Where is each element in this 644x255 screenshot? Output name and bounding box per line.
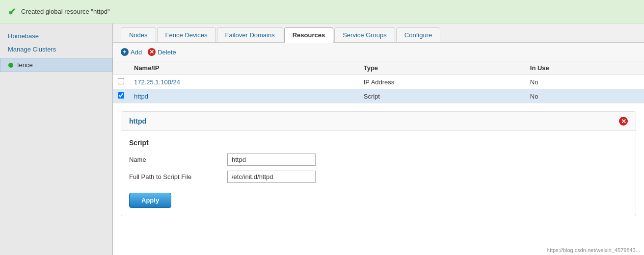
- table-row: 172.25.1.100/24 IP Address No: [113, 75, 644, 89]
- resource-inuse-1: No: [525, 75, 644, 89]
- tab-service-groups[interactable]: Service Groups: [334, 27, 395, 42]
- resource-name-2[interactable]: httpd: [134, 93, 148, 100]
- delete-icon: ✕: [148, 48, 156, 56]
- col-type: Type: [359, 61, 525, 75]
- cluster-status-dot: [8, 63, 13, 68]
- resource-name-1[interactable]: 172.25.1.100/24: [134, 78, 180, 86]
- sidebar-cluster-fence[interactable]: fence: [0, 58, 112, 72]
- tab-nodes[interactable]: Nodes: [121, 27, 156, 42]
- table-row: httpd Script No: [113, 89, 644, 103]
- watermark: https://blog.csdn.net/weixin_4579843...: [547, 247, 640, 253]
- label-script-path: Full Path to Script File: [129, 173, 227, 180]
- resources-table: Name/IP Type In Use 172.25.1.100/24 IP A…: [113, 61, 644, 103]
- detail-title: httpd: [129, 117, 146, 125]
- detail-panel: httpd ✕ Script Name Full Path to Script …: [121, 111, 636, 216]
- add-label: Add: [131, 49, 142, 56]
- toolbar: + Add ✕ Delete: [113, 43, 644, 61]
- col-checkbox: [113, 61, 129, 75]
- resource-inuse-2: No: [525, 89, 644, 103]
- row-checkbox-2[interactable]: [118, 92, 124, 99]
- label-name: Name: [129, 156, 227, 163]
- sidebar: Homebase Manage Clusters fence: [0, 24, 113, 255]
- content-area: Nodes Fence Devices Failover Domains Res…: [113, 24, 644, 255]
- notification-text: Created global resource "httpd": [21, 8, 110, 15]
- main-layout: Homebase Manage Clusters fence Nodes Fen…: [0, 24, 644, 255]
- form-row-name: Name: [129, 153, 628, 166]
- check-icon: ✔: [8, 6, 16, 18]
- resource-type-2: Script: [359, 89, 525, 103]
- apply-button[interactable]: Apply: [129, 193, 171, 208]
- add-icon: +: [121, 48, 129, 56]
- delete-label: Delete: [158, 49, 176, 56]
- section-title: Script: [129, 139, 628, 147]
- detail-header: httpd ✕: [121, 112, 636, 131]
- tabs-bar: Nodes Fence Devices Failover Domains Res…: [113, 24, 644, 43]
- delete-button[interactable]: ✕ Delete: [148, 48, 176, 56]
- tab-configure[interactable]: Configure: [396, 27, 440, 42]
- add-button[interactable]: + Add: [121, 48, 142, 56]
- resource-type-1: IP Address: [359, 75, 525, 89]
- tab-fence-devices[interactable]: Fence Devices: [157, 27, 216, 42]
- close-detail-button[interactable]: ✕: [619, 117, 628, 126]
- cluster-name: fence: [17, 61, 33, 69]
- script-path-field[interactable]: [227, 171, 316, 183]
- tab-failover-domains[interactable]: Failover Domains: [217, 27, 283, 42]
- detail-body: Script Name Full Path to Script File App…: [121, 131, 636, 216]
- notification-bar: ✔ Created global resource "httpd": [0, 0, 644, 24]
- sidebar-item-homebase[interactable]: Homebase: [0, 29, 112, 43]
- name-field[interactable]: [227, 153, 316, 166]
- form-row-script-path: Full Path to Script File: [129, 171, 628, 183]
- row-checkbox-1[interactable]: [118, 78, 124, 84]
- col-in-use: In Use: [525, 61, 644, 75]
- tab-resources[interactable]: Resources: [284, 27, 333, 43]
- sidebar-item-manage-clusters[interactable]: Manage Clusters: [0, 43, 112, 56]
- col-name-ip: Name/IP: [129, 61, 359, 75]
